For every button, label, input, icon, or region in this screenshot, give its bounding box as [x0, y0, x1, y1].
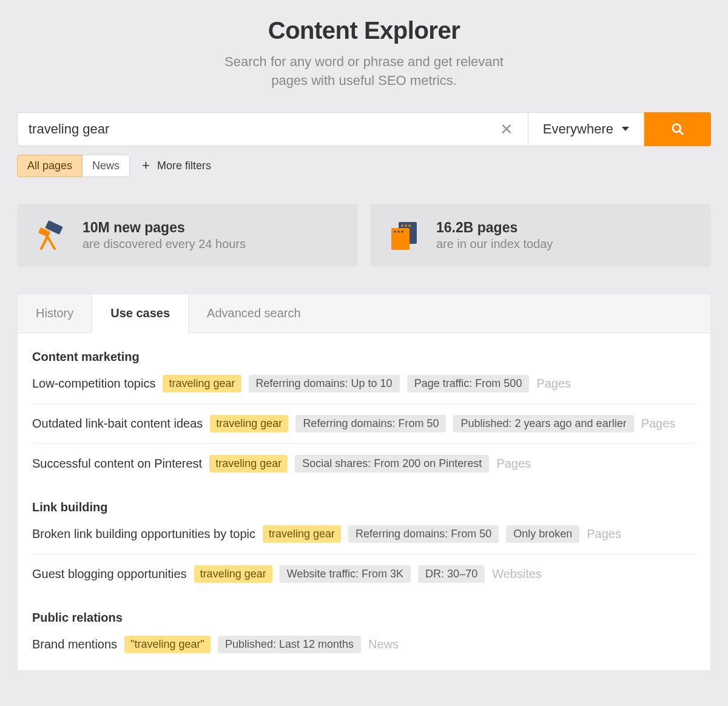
stat-discovery-title: 10M new pages: [83, 220, 340, 236]
filter-tab-group: All pages News: [17, 155, 130, 177]
use-case-pinterest[interactable]: Successful content on Pinterest travelin…: [32, 455, 696, 483]
filter-tag: Published: Last 12 months: [218, 636, 361, 653]
filter-tag: Referring domains: From 50: [348, 525, 499, 543]
filter-tag: Referring domains: From 50: [295, 415, 446, 432]
result-type: News: [368, 637, 399, 651]
stat-discovery-subtitle: are discovered every 24 hours: [83, 237, 340, 251]
section-title-public-relations: Public relations: [32, 611, 696, 625]
keyword-tag: traveling gear: [263, 525, 341, 543]
tab-history[interactable]: History: [18, 294, 92, 332]
keyword-tag: traveling gear: [194, 565, 272, 583]
filter-tag: Social shares: From 200 on Pinterest: [295, 455, 489, 472]
search-button[interactable]: [644, 112, 711, 146]
page-title: Content Explorer: [17, 17, 711, 44]
stat-card-index: 16.2B pages are in our index today: [371, 204, 711, 267]
svg-point-13: [401, 230, 403, 233]
result-type: Pages: [536, 377, 571, 391]
use-case-guest-blogging[interactable]: Guest blogging opportunities traveling g…: [32, 565, 696, 594]
page-subtitle: Search for any word or phrase and get re…: [17, 53, 711, 90]
telescope-icon: [34, 218, 68, 252]
scope-dropdown[interactable]: Everywhere: [528, 112, 644, 146]
use-case-label: Outdated link-bait content ideas: [32, 417, 203, 431]
filter-tag: Published: 2 years ago and earlier: [453, 415, 633, 432]
search-input[interactable]: [29, 121, 496, 137]
svg-point-8: [401, 224, 403, 227]
keyword-tag: traveling gear: [209, 455, 288, 472]
filter-tag: Page traffic: From 500: [407, 375, 530, 392]
use-case-label: Successful content on Pinterest: [32, 457, 202, 471]
svg-line-5: [47, 237, 55, 249]
pages-icon: [388, 218, 422, 252]
filter-tag: Referring domains: Up to 10: [249, 375, 400, 392]
svg-point-10: [408, 224, 411, 227]
use-case-label: Low-competition topics: [32, 377, 155, 391]
use-case-label: Broken link building opportunities by to…: [32, 527, 255, 541]
svg-line-1: [679, 130, 683, 134]
svg-point-11: [394, 230, 396, 233]
more-filters-label: More filters: [157, 160, 211, 172]
use-case-outdated[interactable]: Outdated link-bait content ideas traveli…: [32, 415, 696, 444]
result-type: Pages: [587, 527, 621, 541]
keyword-tag: "traveling gear": [124, 636, 211, 653]
svg-line-4: [41, 237, 47, 249]
search-icon: [671, 123, 684, 136]
use-case-broken-links[interactable]: Broken link building opportunities by to…: [32, 525, 696, 554]
keyword-tag: traveling gear: [163, 375, 241, 392]
result-type: Pages: [496, 457, 531, 471]
filter-tab-news[interactable]: News: [83, 155, 130, 177]
use-case-low-competition[interactable]: Low-competition topics traveling gear Re…: [32, 375, 696, 404]
search-input-container: ✕: [17, 112, 528, 146]
plus-icon: +: [142, 158, 150, 173]
stat-index-title: 16.2B pages: [436, 220, 694, 236]
more-filters-button[interactable]: + More filters: [142, 158, 211, 173]
section-title-content-marketing: Content marketing: [32, 350, 696, 364]
tab-use-cases[interactable]: Use cases: [92, 294, 189, 333]
use-case-brand-mentions[interactable]: Brand mentions "traveling gear" Publishe…: [32, 636, 696, 670]
result-type: Websites: [492, 567, 542, 581]
result-type: Pages: [641, 417, 676, 431]
filter-tag: Website traffic: From 3K: [280, 565, 411, 583]
filter-tag: DR: 30–70: [418, 565, 485, 583]
tab-advanced-search[interactable]: Advanced search: [189, 294, 319, 332]
use-case-label: Guest blogging opportunities: [32, 567, 187, 581]
filter-tab-all-pages[interactable]: All pages: [17, 155, 83, 177]
main-tabs: History Use cases Advanced search: [18, 294, 710, 333]
chevron-down-icon: [622, 127, 629, 131]
section-title-link-building: Link building: [32, 500, 696, 514]
scope-label: Everywhere: [543, 121, 613, 137]
keyword-tag: traveling gear: [210, 415, 288, 432]
filter-tag: Only broken: [506, 525, 579, 543]
clear-search-button[interactable]: ✕: [496, 121, 517, 137]
stat-card-discovery: 10M new pages are discovered every 24 ho…: [17, 204, 357, 267]
stat-index-subtitle: are in our index today: [436, 237, 694, 251]
close-icon: ✕: [500, 120, 513, 138]
use-case-label: Brand mentions: [32, 637, 117, 651]
svg-point-12: [397, 230, 400, 233]
svg-point-9: [405, 224, 407, 227]
